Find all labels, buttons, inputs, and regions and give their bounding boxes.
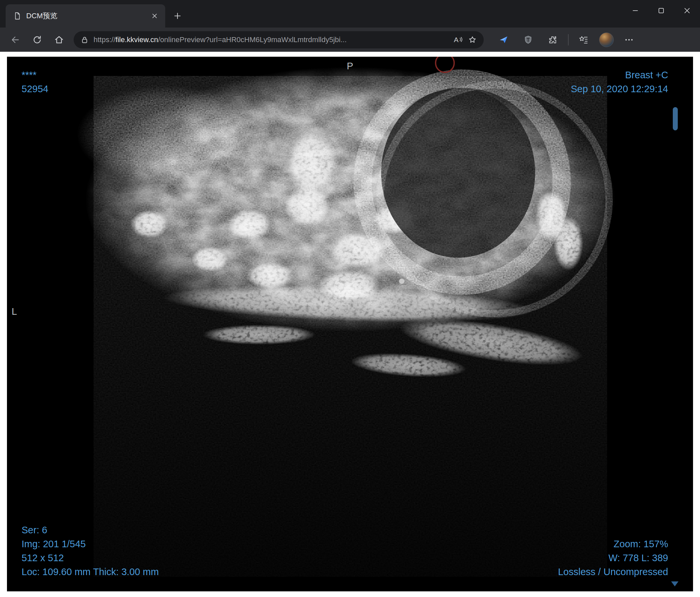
image-number: Img: 201 1/545 xyxy=(22,537,159,551)
refresh-icon xyxy=(32,35,42,45)
shield-extension-icon[interactable] xyxy=(519,30,538,49)
site-security-lock-icon[interactable] xyxy=(80,35,89,44)
favorites-hub-icon[interactable] xyxy=(575,30,593,49)
overlay-top-left: **** 52954 xyxy=(22,68,48,96)
viewer-scroll-down-arrow[interactable] xyxy=(671,581,678,587)
series-number: Ser: 6 xyxy=(22,523,159,537)
sound-waves-icon xyxy=(459,36,463,43)
address-bar[interactable]: https://file.kkview.cn/onlinePreview?url… xyxy=(74,31,484,48)
url-text[interactable]: https://file.kkview.cn/onlinePreview?url… xyxy=(94,35,449,44)
overlay-bottom-right: Zoom: 157% W: 778 L: 389 Lossless / Unco… xyxy=(558,537,668,579)
orientation-marker-left: L xyxy=(11,306,17,317)
refresh-button[interactable] xyxy=(28,30,46,49)
orientation-marker-posterior: P xyxy=(347,61,353,72)
mri-image xyxy=(7,57,693,591)
toolbar-divider xyxy=(568,34,569,46)
new-tab-button[interactable] xyxy=(170,8,185,24)
toolbar-extension-icons xyxy=(494,30,638,49)
tab-bar: DCM预览 xyxy=(0,0,700,28)
settings-menu-button[interactable] xyxy=(620,30,638,49)
read-aloud-letter: A xyxy=(454,36,458,44)
window-controls xyxy=(622,0,700,21)
study-description: Breast +C xyxy=(571,68,668,82)
browser-tab[interactable]: DCM预览 xyxy=(6,4,165,28)
url-scheme: https:// xyxy=(94,35,116,44)
page-content: **** 52954 Breast +C Sep 10, 2020 12:29:… xyxy=(0,52,700,597)
dicom-viewer-canvas[interactable]: **** 52954 Breast +C Sep 10, 2020 12:29:… xyxy=(7,57,693,591)
tab-close-icon[interactable] xyxy=(149,10,160,22)
close-window-button[interactable] xyxy=(674,0,700,21)
viewer-scrollbar-thumb[interactable] xyxy=(673,107,678,130)
plus-icon xyxy=(174,12,181,20)
url-path: /onlinePreview?url=aHR0cHM6Ly9maWxlLmtrd… xyxy=(158,35,346,44)
navigation-bar: https://file.kkview.cn/onlinePreview?url… xyxy=(0,28,700,52)
slice-location-thickness: Loc: 109.60 mm Thick: 3.00 mm xyxy=(22,565,159,579)
tab-title: DCM预览 xyxy=(26,11,144,21)
document-icon xyxy=(13,11,22,20)
browser-window: DCM预览 xyxy=(0,0,700,597)
back-arrow-icon xyxy=(10,35,20,45)
favorite-star-icon[interactable] xyxy=(468,35,477,45)
profile-avatar[interactable] xyxy=(599,32,614,47)
accession-number: 52954 xyxy=(22,82,48,96)
overlay-top-right: Breast +C Sep 10, 2020 12:29:14 xyxy=(571,68,668,96)
zoom-level: Zoom: 157% xyxy=(558,537,668,551)
read-aloud-icon[interactable]: A xyxy=(454,36,463,44)
patient-id-masked: **** xyxy=(22,68,48,82)
maximize-button[interactable] xyxy=(648,0,674,21)
annotation-circle[interactable] xyxy=(435,57,454,72)
back-button[interactable] xyxy=(6,30,25,49)
overlay-bottom-left: Ser: 6 Img: 201 1/545 512 x 512 Loc: 109… xyxy=(22,523,159,579)
url-host: file.kkview.cn xyxy=(116,35,158,44)
extensions-icon[interactable] xyxy=(544,30,562,49)
compression-info: Lossless / Uncompressed xyxy=(558,565,668,579)
home-button[interactable] xyxy=(50,30,68,49)
home-icon xyxy=(54,35,64,45)
blue-extension-icon[interactable] xyxy=(494,30,513,49)
window-level: W: 778 L: 389 xyxy=(558,551,668,565)
image-matrix: 512 x 512 xyxy=(22,551,159,565)
study-datetime: Sep 10, 2020 12:29:14 xyxy=(571,82,668,96)
ellipsis-icon xyxy=(624,35,634,45)
minimize-button[interactable] xyxy=(622,0,648,21)
